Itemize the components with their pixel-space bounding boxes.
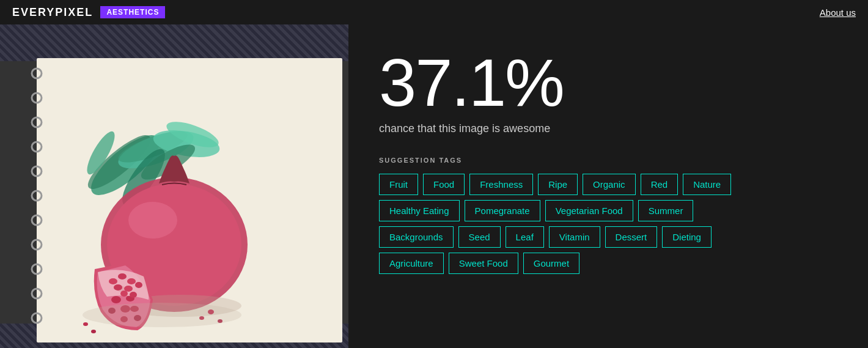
svg-point-39 — [120, 291, 128, 297]
svg-point-40 — [130, 292, 137, 298]
tag-healthy-eating[interactable]: Healthy Eating — [379, 200, 460, 221]
tag-backgrounds[interactable]: Backgrounds — [379, 226, 454, 248]
aesthetics-badge: AESTHETICS — [100, 6, 165, 18]
tags-row-3: Backgrounds Seed Leaf Vitamin Dessert Di… — [379, 226, 837, 248]
score-value: 37.1% — [379, 49, 837, 116]
tags-row-1: Fruit Food Freshness Ripe Organic Red Na… — [379, 174, 837, 195]
tag-ripe[interactable]: Ripe — [538, 174, 578, 195]
suggestion-tags-label: SUGGESTION TAGS — [379, 157, 837, 164]
tag-food[interactable]: Food — [423, 174, 465, 195]
tag-organic[interactable]: Organic — [583, 174, 636, 195]
svg-point-38 — [135, 282, 142, 288]
svg-point-36 — [114, 284, 122, 291]
tags-container: Fruit Food Freshness Ripe Organic Red Na… — [379, 174, 837, 274]
svg-point-46 — [83, 303, 241, 327]
svg-point-34 — [118, 273, 127, 280]
svg-point-44 — [83, 322, 88, 326]
svg-point-35 — [127, 278, 136, 284]
pomegranate-image — [21, 55, 345, 348]
tag-leaf[interactable]: Leaf — [506, 226, 544, 248]
tag-summer[interactable]: Summer — [638, 200, 694, 221]
logo: EVERYPIXEL — [12, 6, 93, 19]
score-description: chance that this image is awesome — [379, 122, 837, 135]
svg-point-25 — [111, 296, 121, 303]
image-panel — [0, 24, 348, 348]
tag-freshness[interactable]: Freshness — [469, 174, 533, 195]
header: EVERYPIXEL AESTHETICS About us — [0, 0, 868, 24]
svg-point-33 — [109, 278, 117, 284]
tags-row-2: Healthy Eating Pomegranate Vegetarian Fo… — [379, 200, 837, 221]
tags-row-4: Agriculture Sweet Food Gourmet — [379, 253, 837, 274]
main-content: 37.1% chance that this image is awesome … — [0, 24, 868, 348]
tag-dessert[interactable]: Dessert — [605, 226, 658, 248]
tag-vegetarian-food[interactable]: Vegetarian Food — [545, 200, 633, 221]
tag-red[interactable]: Red — [641, 174, 679, 195]
tag-dieting[interactable]: Dieting — [662, 226, 712, 248]
tag-pomegranate[interactable]: Pomegranate — [465, 200, 540, 221]
tag-sweet-food[interactable]: Sweet Food — [449, 253, 518, 274]
tag-vitamin[interactable]: Vitamin — [549, 226, 600, 248]
svg-point-45 — [91, 330, 96, 333]
content-panel: 37.1% chance that this image is awesome … — [348, 24, 868, 348]
tag-nature[interactable]: Nature — [683, 174, 731, 195]
tag-gourmet[interactable]: Gourmet — [523, 253, 579, 274]
tag-fruit[interactable]: Fruit — [379, 174, 418, 195]
svg-point-23 — [128, 202, 177, 239]
about-us-link[interactable]: About us — [820, 7, 856, 18]
tag-seed[interactable]: Seed — [458, 226, 501, 248]
tag-agriculture[interactable]: Agriculture — [379, 253, 444, 274]
header-left: EVERYPIXEL AESTHETICS — [12, 6, 165, 19]
